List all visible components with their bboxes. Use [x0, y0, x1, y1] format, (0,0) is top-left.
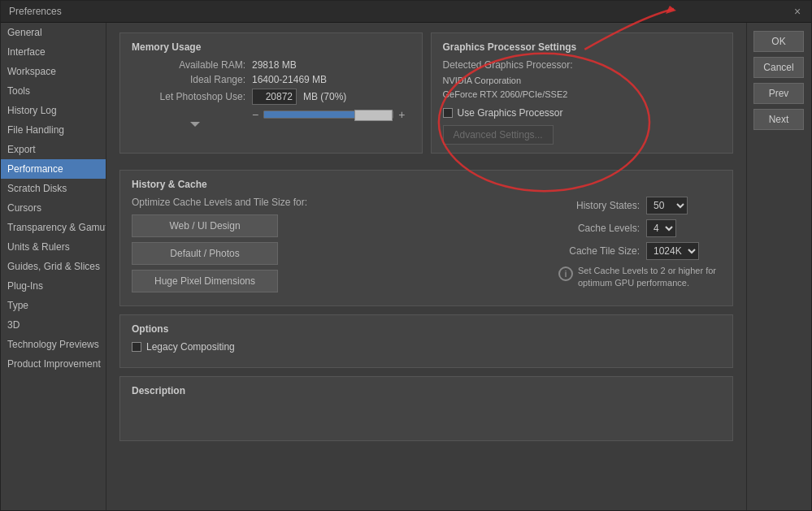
preferences-dialog: Preferences × General Interface Workspac…: [0, 0, 812, 511]
let-label: Let Photoshop Use:: [132, 91, 245, 102]
history-cache-section: History & Cache Optimize Cache Levels an…: [119, 170, 733, 306]
sidebar-item-product-improvement[interactable]: Product Improvement: [1, 354, 106, 374]
let-photoshop-use-input[interactable]: [252, 89, 297, 105]
sidebar-item-general[interactable]: General: [1, 23, 106, 42]
info-icon: i: [558, 266, 573, 281]
default-photos-button[interactable]: Default / Photos: [132, 242, 278, 265]
sidebar-item-technology-previews[interactable]: Technology Previews: [1, 335, 106, 354]
gpu-title: Graphics Processor Settings: [443, 41, 722, 53]
sidebar-item-workspace[interactable]: Workspace: [1, 62, 106, 81]
use-gpu-checkbox[interactable]: [443, 108, 453, 118]
dialog-title: Preferences: [9, 6, 62, 17]
options-section: Options Legacy Compositing: [119, 314, 733, 368]
slider-plus-icon[interactable]: +: [398, 108, 405, 121]
prev-button[interactable]: Prev: [753, 83, 804, 104]
ideal-label: Ideal Range:: [132, 74, 245, 85]
description-section: Description: [119, 376, 733, 441]
sidebar-item-type[interactable]: Type: [1, 296, 106, 315]
gpu-info-text: Set Cache Levels to 2 or higher for opti…: [578, 265, 721, 290]
cancel-button[interactable]: Cancel: [753, 57, 804, 78]
slider-minus-icon[interactable]: −: [252, 108, 258, 121]
memory-title: Memory Usage: [132, 41, 410, 53]
gpu-detected-label: Detected Graphics Processor:: [443, 59, 722, 71]
sidebar-item-cursors[interactable]: Cursors: [1, 198, 106, 218]
ideal-value: 16400-21469 MB: [252, 74, 327, 85]
sidebar-item-export[interactable]: Export: [1, 140, 106, 159]
sidebar-item-performance[interactable]: Performance: [1, 159, 106, 179]
sidebar-item-tools[interactable]: Tools: [1, 81, 106, 101]
legacy-compositing-checkbox[interactable]: [132, 342, 141, 352]
sidebar-item-3d[interactable]: 3D: [1, 315, 106, 335]
cache-tile-size-select[interactable]: 1024K 128K 256K 512K: [646, 242, 699, 260]
history-cache-title: History & Cache: [132, 179, 721, 190]
main-panel: Memory Usage Available RAM: 29818 MB Ide…: [106, 23, 746, 510]
sidebar-item-guides-grid-slices[interactable]: Guides, Grid & Slices: [1, 257, 106, 276]
available-value: 29818 MB: [252, 59, 297, 71]
use-gpu-label: Use Graphics Processor: [458, 107, 563, 119]
dialog-buttons: OK Cancel Prev Next: [746, 23, 811, 510]
next-button[interactable]: Next: [753, 109, 804, 130]
sidebar-item-interface[interactable]: Interface: [1, 42, 106, 62]
optimize-label: Optimize Cache Levels and Tile Size for:: [132, 197, 545, 208]
cache-levels-label: Cache Levels:: [558, 223, 640, 234]
huge-pixel-dimensions-button[interactable]: Huge Pixel Dimensions: [132, 270, 278, 292]
sidebar-item-file-handling[interactable]: File Handling: [1, 120, 106, 140]
ok-button[interactable]: OK: [753, 31, 804, 52]
sidebar: General Interface Workspace Tools Histor…: [1, 23, 106, 510]
description-title: Description: [132, 385, 721, 396]
use-gpu-row: Use Graphics Processor: [443, 107, 722, 119]
available-label: Available RAM:: [132, 59, 245, 71]
memory-section: Memory Usage Available RAM: 29818 MB Ide…: [119, 32, 423, 154]
history-states-select[interactable]: 50 20 100 200: [646, 197, 688, 214]
memory-slider[interactable]: [263, 110, 393, 119]
sidebar-item-units-rulers[interactable]: Units & Rulers: [1, 237, 106, 257]
cache-tile-size-label: Cache Tile Size:: [558, 245, 640, 257]
web-ui-design-button[interactable]: Web / UI Design: [132, 214, 278, 237]
legacy-compositing-label: Legacy Compositing: [146, 341, 235, 353]
close-button[interactable]: ×: [792, 6, 803, 17]
sidebar-item-history-log[interactable]: History Log: [1, 101, 106, 120]
let-unit: MB (70%): [303, 91, 346, 102]
gpu-name: NVIDIA Corporation GeForce RTX 2060/PCIe…: [443, 74, 722, 101]
sidebar-item-scratch-disks[interactable]: Scratch Disks: [1, 179, 106, 198]
history-states-label: History States:: [558, 200, 640, 211]
sidebar-item-plug-ins[interactable]: Plug-Ins: [1, 276, 106, 296]
cache-levels-select[interactable]: 4 2 6 8: [646, 219, 676, 237]
title-bar: Preferences ×: [1, 1, 811, 23]
gpu-section: Graphics Processor Settings Detected Gra…: [431, 32, 734, 154]
advanced-settings-button[interactable]: Advanced Settings...: [443, 125, 554, 145]
options-title: Options: [132, 323, 721, 335]
sidebar-item-transparency-gamut[interactable]: Transparency & Gamut: [1, 218, 106, 237]
